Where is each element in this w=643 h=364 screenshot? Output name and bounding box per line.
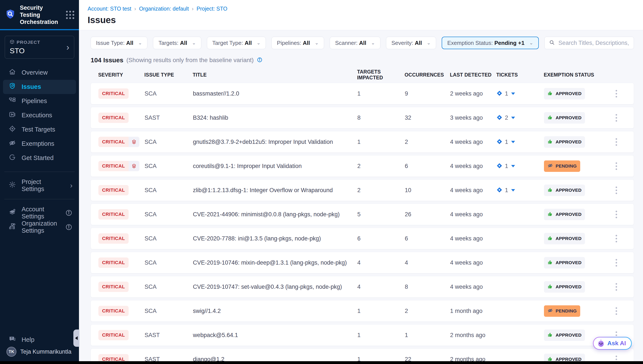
table-row[interactable]: CRITICAL SCA bassmaster//1.2.0 1 9 2 wee… — [91, 83, 634, 104]
sidebar-item-help[interactable]: ? Help — [0, 332, 79, 347]
ticket-cell-content[interactable]: 1 — [496, 139, 544, 145]
breadcrumb-account-link[interactable]: Account: STO test — [88, 6, 131, 12]
exemption-status-label: APPROVED — [556, 260, 581, 265]
info-icon[interactable] — [65, 209, 73, 216]
sidebar-item-label: Exemptions — [22, 140, 54, 147]
ticket-cell-content[interactable]: 1 — [496, 163, 544, 170]
issue-title-cell[interactable]: zlib@1:1.2.13.dfsg-1: Integer Overflow o… — [193, 187, 357, 194]
sidebar-item-get-started[interactable]: Get Started — [0, 151, 79, 165]
issue-title-cell[interactable]: swig//1.4.2 — [193, 308, 357, 314]
sidebar-item-project-settings[interactable]: Project Settings › — [0, 178, 79, 192]
sidebar-item-pipelines[interactable]: Pipelines — [0, 94, 79, 108]
exemption-status-label: PENDING — [556, 308, 577, 314]
help-chat-icon: ? — [9, 335, 16, 344]
filter-scanner[interactable]: Scanner: All ⌄ — [330, 37, 380, 49]
row-menu-kebab-icon[interactable] — [614, 89, 618, 99]
chevron-right-icon: › — [70, 181, 73, 190]
chevron-right-icon: › — [134, 6, 136, 12]
column-header-severity: SEVERITY — [98, 72, 144, 78]
sidebar-item-label: Overview — [22, 69, 48, 76]
info-icon[interactable] — [257, 57, 263, 64]
issue-title-cell[interactable]: CVE-2020-7788: ini@1.3.5 (lang-pkgs, nod… — [193, 235, 357, 242]
table-row[interactable]: CRITICAL SCA zlib@1:1.2.13.dfsg-1: Integ… — [91, 180, 634, 201]
targets-impacted-cell: 4 — [357, 260, 405, 266]
project-selector[interactable]: PROJECT STO › — [5, 36, 74, 59]
row-menu-kebab-icon[interactable] — [614, 137, 618, 147]
table-row[interactable]: CRITICAL SCA coreutils@9.1-1: Improper I… — [91, 155, 634, 177]
module-switcher-grid-icon[interactable] — [66, 11, 74, 19]
severity-label: CRITICAL — [98, 88, 129, 99]
ticket-count: 2 — [505, 114, 508, 121]
breadcrumb-organization-link[interactable]: Organization: default — [139, 6, 189, 12]
sidebar-item-label: Test Targets — [22, 126, 55, 133]
severity-badge: CRITICAL — [98, 306, 129, 316]
layers-icon — [129, 137, 139, 147]
shield-search-icon — [9, 82, 16, 91]
ticket-cell-content[interactable]: 1 — [496, 90, 544, 97]
filter-target-type[interactable]: Target Type: All ⌄ — [207, 37, 266, 49]
sidebar-item-label: Executions — [22, 112, 52, 119]
sidebar-item-account-settings[interactable]: Account Settings — [0, 206, 79, 220]
sidebar-item-organization-settings[interactable]: Organization Settings — [0, 220, 79, 234]
issue-title-cell[interactable]: CVE-2021-44906: minimist@0.0.8 (lang-pkg… — [193, 211, 357, 218]
home-icon — [9, 68, 16, 77]
thumbs-up-icon — [547, 139, 553, 145]
sidebar-collapse-handle[interactable] — [73, 330, 79, 347]
row-menu-kebab-icon[interactable] — [614, 161, 618, 171]
table-row[interactable]: CRITICAL SAST B324: hashlib 8 32 3 weeks… — [91, 107, 634, 128]
sidebar-item-label: Account Settings — [22, 206, 60, 220]
info-icon[interactable] — [65, 224, 73, 231]
table-row[interactable]: CRITICAL SCA CVE-2020-7788: ini@1.3.5 (l… — [91, 228, 634, 249]
table-row[interactable]: CRITICAL SCA swig//1.4.2 1 2 1 month ago… — [91, 300, 634, 322]
issue-title-cell[interactable]: webpack@5.64.1 — [193, 332, 357, 338]
issue-title-cell[interactable]: CVE-2019-10746: mixin-deep@1.3.1 (lang-p… — [193, 260, 357, 266]
issue-title-cell[interactable]: CVE-2019-10747: set-value@0.4.3 (lang-pk… — [193, 284, 357, 290]
targets-impacted-cell: 1 — [357, 139, 405, 145]
gear-icon — [9, 181, 16, 190]
occurrences-cell: 32 — [405, 114, 450, 121]
issue-title-cell[interactable]: coreutils@9.1-1: Improper Input Validati… — [193, 163, 357, 170]
table-row[interactable]: CRITICAL SCA CVE-2019-10746: mixin-deep@… — [91, 252, 634, 274]
accent-bar — [0, 29, 79, 30]
row-menu-kebab-icon[interactable] — [614, 185, 618, 195]
sidebar: Security Testing Orchestration PROJECT S… — [0, 0, 79, 364]
sidebar-item-label: Project Settings — [22, 178, 65, 192]
row-menu-kebab-icon[interactable] — [614, 258, 618, 268]
chevron-down-icon: ⌄ — [257, 40, 260, 46]
row-menu-kebab-icon[interactable] — [614, 306, 618, 316]
filter-severity[interactable]: Severity: All ⌄ — [386, 37, 436, 49]
search-input[interactable] — [558, 40, 629, 46]
issue-title-cell[interactable]: B324: hashlib — [193, 114, 357, 121]
issues-count-note: (Showing results only from the baseline … — [127, 57, 254, 64]
row-menu-kebab-icon[interactable] — [614, 282, 618, 292]
sidebar-item-exemptions[interactable]: Exemptions — [0, 137, 79, 151]
breadcrumb-project-link[interactable]: Project: STO — [197, 6, 227, 12]
filter-targets[interactable]: Targets: All ⌄ — [153, 37, 201, 49]
table-row[interactable]: CRITICAL SAST webpack@5.64.1 1 1 2 month… — [91, 324, 634, 346]
sidebar-item-test-targets[interactable]: Test Targets — [0, 122, 79, 137]
row-menu-kebab-icon[interactable] — [614, 210, 618, 220]
filter-pipelines[interactable]: Pipelines: All ⌄ — [271, 37, 324, 49]
filter-issue-type[interactable]: Issue Type: All ⌄ — [91, 37, 147, 49]
last-detected-cell: 1 month ago — [450, 308, 496, 314]
row-menu-kebab-icon[interactable] — [614, 113, 618, 123]
table-row[interactable]: CRITICAL SCA gnutls28@3.7.9-2+deb12u5: I… — [91, 131, 634, 153]
ticket-count: 1 — [505, 163, 508, 170]
sidebar-item-executions[interactable]: Executions — [0, 108, 79, 122]
filter-exemption-status[interactable]: Exemption Status: Pending +1 ⌄ — [442, 37, 539, 49]
ask-ai-button[interactable]: Ask AI — [593, 337, 632, 350]
occurrences-cell: 6 — [405, 163, 450, 170]
caret-down-icon — [511, 165, 515, 167]
ticket-cell-content[interactable]: 2 — [496, 114, 544, 121]
sidebar-item-overview[interactable]: Overview — [0, 66, 79, 80]
issue-title-cell[interactable]: gnutls28@3.7.9-2+deb12u5: Improper Input… — [193, 139, 357, 145]
table-row[interactable]: CRITICAL SCA CVE-2021-44906: minimist@0.… — [91, 204, 634, 225]
occurrences-cell: 26 — [405, 211, 450, 218]
row-menu-kebab-icon[interactable] — [614, 234, 618, 244]
eye-slash-icon — [9, 139, 16, 148]
issue-title-cell[interactable]: bassmaster//1.2.0 — [193, 90, 357, 97]
severity-label: CRITICAL — [98, 137, 129, 147]
sidebar-item-issues[interactable]: Issues — [3, 80, 76, 94]
ticket-cell-content[interactable]: 1 — [496, 187, 544, 194]
table-row[interactable]: CRITICAL SCA CVE-2019-10747: set-value@0… — [91, 276, 634, 298]
